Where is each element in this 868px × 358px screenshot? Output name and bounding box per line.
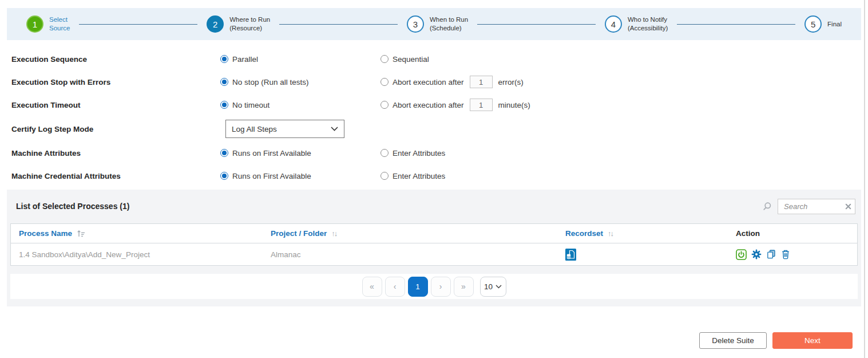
timeout-minutes-input[interactable] — [470, 99, 493, 111]
radio-label: Parallel — [232, 55, 258, 64]
gear-icon[interactable] — [751, 249, 762, 259]
step-select-source[interactable]: 1 Select Source — [26, 15, 70, 33]
row-actions — [736, 249, 790, 260]
radio-runs-on-first-available[interactable] — [220, 149, 228, 157]
radio-label: Sequential — [393, 55, 429, 64]
radio-parallel[interactable] — [220, 55, 228, 63]
row-machine-credential-attributes: Machine Credential Attributes Runs on Fi… — [0, 164, 868, 187]
search-icon[interactable] — [762, 202, 772, 211]
step-2-circle[interactable]: 2 — [207, 15, 224, 33]
step-1-circle[interactable]: 1 — [26, 15, 43, 33]
column-header-project-folder[interactable]: Project / Folder ↑↓ — [263, 229, 557, 238]
trash-icon[interactable] — [781, 249, 790, 259]
sort-ascending-icon[interactable] — [77, 230, 85, 237]
step-5-circle[interactable]: 5 — [804, 15, 822, 33]
column-header-recordset[interactable]: Recordset ↑↓ — [557, 229, 728, 238]
stepper-connector — [477, 24, 596, 25]
row-machine-attributes: Machine Attributes Runs on First Availab… — [0, 141, 868, 164]
radio-enter-attributes[interactable] — [381, 149, 389, 157]
recordset-icon[interactable] — [565, 249, 576, 261]
section-title: List of Selected Processes (1) — [16, 202, 129, 211]
error-count-input[interactable] — [470, 76, 493, 88]
step-4-circle[interactable]: 4 — [605, 15, 622, 33]
footer-actions: Delete Suite Next — [0, 332, 853, 349]
step-3-circle[interactable]: 3 — [407, 15, 424, 33]
process-name-cell: 1.4 Sandbox\Aditya\Add_New_Project — [19, 250, 150, 259]
row-execution-sequence: Execution Sequence Parallel Sequential — [0, 48, 868, 70]
step-who-to-notify[interactable]: 4 Who to Notify (Accessibility) — [605, 15, 668, 33]
step-where-to-run[interactable]: 2 Where to Run (Resource) — [207, 15, 270, 33]
next-page-button[interactable]: › — [431, 277, 451, 297]
log-step-mode-select[interactable]: Log All Steps — [225, 120, 344, 138]
selected-processes-section: List of Selected Processes (1) Pr — [7, 190, 861, 306]
page-size-value: 10 — [484, 282, 493, 291]
row-execution-stop-with-errors: Execution Stop with Errors No stop (Run … — [0, 70, 868, 93]
radio-abort-after-errors[interactable] — [381, 78, 389, 86]
copy-icon[interactable] — [766, 249, 776, 259]
column-header-process-name[interactable]: Process Name — [11, 229, 263, 238]
selected-option-label: Log All Steps — [232, 125, 277, 133]
field-label: Certify Log Step Mode — [11, 125, 220, 133]
step-3-label: When to Run (Schedule) — [430, 15, 468, 33]
radio-label: No timeout — [232, 101, 269, 109]
field-label: Machine Credential Attributes — [11, 172, 220, 180]
wizard-stepper: 1 Select Source 2 Where to Run (Resource… — [7, 8, 861, 40]
clear-search-icon[interactable] — [845, 203, 851, 210]
table-row: 1.4 Sandbox\Aditya\Add_New_Project Alman… — [11, 243, 857, 265]
next-button[interactable]: Next — [772, 332, 853, 349]
sort-icon[interactable]: ↑↓ — [331, 229, 336, 238]
radio-sequential[interactable] — [381, 55, 389, 63]
stepper-connector — [279, 24, 398, 25]
radio-label: Runs on First Available — [232, 172, 311, 180]
step-5-label: Final — [827, 20, 842, 29]
page-size-select[interactable]: 10 — [480, 277, 506, 297]
radio-label: Abort execution after — [393, 78, 464, 86]
pagination: « ‹ 1 › » 10 — [10, 274, 858, 299]
first-page-button[interactable]: « — [362, 277, 382, 297]
row-certify-log-step-mode: Certify Log Step Mode Log All Steps — [0, 116, 868, 141]
step-4-label: Who to Notify (Accessibility) — [628, 15, 668, 33]
field-label: Machine Attributes — [11, 149, 220, 158]
step-2-label: Where to Run (Resource) — [229, 15, 270, 33]
table-header-row: Process Name Project / Folder ↑↓ Records… — [11, 224, 857, 243]
radio-label: Runs on First Available — [232, 149, 311, 158]
last-page-button[interactable]: » — [454, 277, 474, 297]
execution-options-form: Execution Sequence Parallel Sequential E… — [0, 40, 868, 187]
radio-label-suffix: error(s) — [498, 78, 524, 86]
step-when-to-run[interactable]: 3 When to Run (Schedule) — [407, 15, 468, 33]
radio-label: Enter Attributes — [393, 172, 445, 180]
step-1-label: Select Source — [49, 15, 70, 33]
delete-suite-button[interactable]: Delete Suite — [699, 332, 767, 349]
vertical-scrollbar[interactable] — [864, 0, 865, 358]
radio-no-stop[interactable] — [220, 78, 228, 86]
radio-label: Abort execution after — [393, 101, 464, 109]
radio-cred-enter-attributes[interactable] — [381, 172, 389, 180]
processes-table: Process Name Project / Folder ↑↓ Records… — [10, 223, 858, 266]
field-label: Execution Sequence — [11, 55, 220, 64]
sort-icon[interactable]: ↑↓ — [608, 229, 613, 238]
step-final[interactable]: 5 Final — [804, 15, 842, 33]
radio-label: No stop (Run all tests) — [232, 78, 309, 86]
radio-cred-runs-on-first-available[interactable] — [220, 172, 228, 180]
column-header-action: Action — [728, 229, 857, 238]
search-input[interactable] — [778, 199, 855, 214]
stepper-connector — [677, 24, 795, 25]
project-folder-cell: Almanac — [271, 250, 301, 259]
radio-abort-after-minutes[interactable] — [381, 101, 389, 109]
radio-no-timeout[interactable] — [220, 101, 228, 109]
run-power-icon[interactable] — [736, 249, 747, 260]
radio-label-suffix: minute(s) — [498, 101, 530, 109]
page-1-button[interactable]: 1 — [408, 277, 428, 297]
field-label: Execution Stop with Errors — [11, 78, 220, 86]
stepper-connector — [79, 24, 197, 25]
previous-page-button[interactable]: ‹ — [385, 277, 405, 297]
row-execution-timeout: Execution Timeout No timeout Abort execu… — [0, 93, 868, 116]
radio-label: Enter Attributes — [393, 149, 445, 158]
chevron-down-icon — [496, 285, 502, 289]
chevron-down-icon — [331, 127, 338, 131]
field-label: Execution Timeout — [11, 101, 220, 109]
